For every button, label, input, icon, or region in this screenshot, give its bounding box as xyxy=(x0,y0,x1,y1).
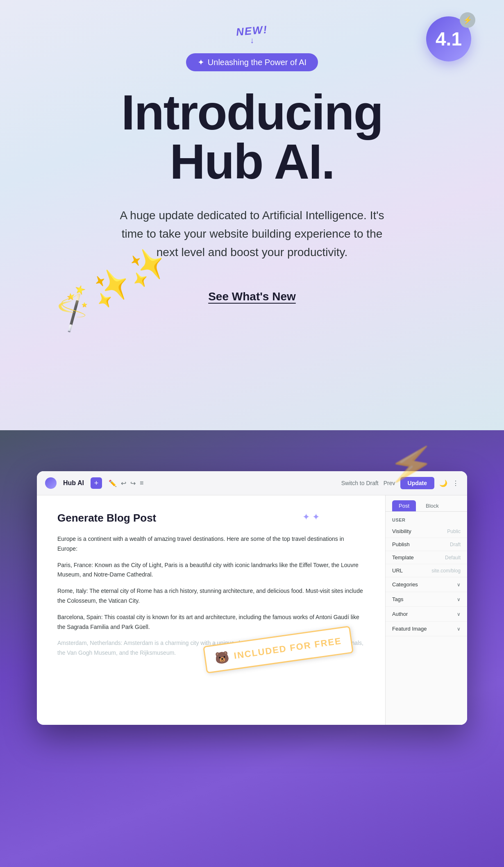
tags-expand-icon[interactable]: ∨ xyxy=(457,597,461,602)
browser-window: Hub AI + ✏️ ↩ ↪ ≡ Switch to Draft Prev U… xyxy=(37,471,467,725)
sidebar-user-label: USER xyxy=(386,512,467,525)
editor-para-3: Rome, Italy: The eternal city of Rome ha… xyxy=(57,586,365,606)
featured-image-expand-icon[interactable]: ∨ xyxy=(457,626,461,632)
template-value: Default xyxy=(445,555,461,561)
tool-icons: ✏️ ↩ ↪ ≡ xyxy=(109,479,143,487)
browser-content: ✦ ✦ Generate Blog Post Europe is a conti… xyxy=(37,495,467,725)
editor-para-1: Europe is a continent with a wealth of a… xyxy=(57,534,365,554)
sidebar-tabs: Post Block xyxy=(386,495,467,512)
undo-icon[interactable]: ↩ xyxy=(121,479,126,487)
sidebar-categories-row[interactable]: Categories ∨ xyxy=(386,577,467,592)
tab-block[interactable]: Block xyxy=(419,500,445,511)
sparkles-icon: ✦ ✦ xyxy=(302,512,320,522)
author-label: Author xyxy=(392,611,408,617)
sidebar-author-row[interactable]: Author ∨ xyxy=(386,607,467,622)
browser-brand: Hub AI xyxy=(63,479,84,487)
browser-logo xyxy=(45,477,57,489)
lightning-3d-icon: ⚡ xyxy=(385,439,438,489)
redo-icon[interactable]: ↪ xyxy=(130,479,136,487)
tag-text: Unleashing the Power of AI xyxy=(208,58,306,67)
cta-button[interactable]: See What's New xyxy=(208,290,296,303)
bottom-section: ⚡ Hub AI + ✏️ ↩ ↪ ≡ Switch to Draft Prev… xyxy=(0,430,504,867)
more-icon[interactable]: ⋮ xyxy=(452,479,459,487)
categories-expand-icon[interactable]: ∨ xyxy=(457,582,461,588)
visibility-value: Public xyxy=(447,529,461,534)
categories-label: Categories xyxy=(392,581,418,588)
tab-post[interactable]: Post xyxy=(392,500,416,511)
magic-wand-icon: 🪄✨✨ xyxy=(48,241,174,335)
new-annotation: NEW! ↓ xyxy=(236,25,268,45)
featured-image-label: Featurd Image xyxy=(392,626,427,632)
author-expand-icon[interactable]: ∨ xyxy=(457,611,461,617)
sidebar-visibility-row: Visibility Public xyxy=(386,525,467,538)
edit-icon[interactable]: ✏️ xyxy=(109,479,117,487)
lightning-icon: ⚡ xyxy=(460,12,475,28)
moon-icon[interactable]: 🌙 xyxy=(439,479,447,487)
sidebar-tags-row[interactable]: Tags ∨ xyxy=(386,592,467,607)
tag-pill: ✦ Unleashing the Power of AI xyxy=(186,53,318,71)
publish-value: Draft xyxy=(450,542,461,547)
version-number: 4.1 xyxy=(436,28,462,50)
switch-draft-button[interactable]: Switch to Draft xyxy=(341,480,379,486)
tags-label: Tags xyxy=(392,596,403,602)
hero-title-line2: Hub AI. xyxy=(170,134,334,189)
new-label: NEW! xyxy=(236,23,268,39)
sidebar-url-row: URL site.com/blog xyxy=(386,564,467,577)
editor-para-2: Paris, France: Known as the City of Ligh… xyxy=(57,561,365,580)
visibility-label: Visibility xyxy=(392,528,411,534)
hero-title-line1: Introducing xyxy=(121,85,383,140)
sparkle-icon: ✦ xyxy=(198,57,204,67)
menu-icon[interactable]: ≡ xyxy=(140,479,143,487)
editor-sidebar: Post Block USER Visibility Public Publis… xyxy=(385,495,467,725)
editor-area: ✦ ✦ Generate Blog Post Europe is a conti… xyxy=(37,495,385,725)
add-button[interactable]: + xyxy=(91,477,102,489)
editor-para-4: Barcelona, Spain: This coastal city is k… xyxy=(57,613,365,632)
version-badge: 4.1 ⚡ xyxy=(426,16,471,61)
sidebar-template-row: Template Default xyxy=(386,551,467,564)
template-label: Template xyxy=(392,554,414,561)
url-value: site.com/blog xyxy=(431,568,461,574)
sidebar-publish-row: Publish Draft xyxy=(386,538,467,551)
sidebar-featured-image-row[interactable]: Featurd Image ∨ xyxy=(386,622,467,636)
stamp-emoji: 🐻 xyxy=(214,650,231,665)
publish-label: Publish xyxy=(392,541,410,547)
hero-title: Introducing Hub AI. xyxy=(121,88,383,186)
url-label: URL xyxy=(392,567,403,574)
hero-section: 4.1 ⚡ NEW! ↓ ✦ Unleashing the Power of A… xyxy=(0,0,504,430)
